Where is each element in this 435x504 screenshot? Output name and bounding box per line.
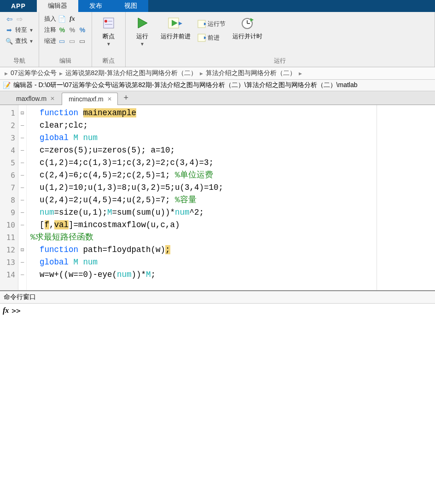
file-tab[interactable]: mincmaxf.m ✕ [62, 93, 117, 105]
ribbon-group-label: 编辑 [43, 56, 88, 67]
fold-spacer: — [18, 206, 26, 219]
run-label: 运行 [136, 32, 148, 41]
chevron-down-icon: ▼ [29, 28, 34, 33]
autoindent-icon [78, 37, 87, 45]
run-advance-button[interactable]: 运行并前进 [156, 14, 195, 47]
goto-icon [5, 26, 13, 34]
tab-editor[interactable]: 编辑器 [37, 0, 78, 12]
breakpoints-button[interactable]: 断点 ▼ [96, 14, 122, 47]
breadcrumb-item[interactable]: 算法介绍之图与网络分析（二） [206, 69, 296, 77]
command-window[interactable]: fx >> [0, 304, 435, 504]
chevron-down-icon: ▼ [29, 39, 34, 44]
line-number: 14 [0, 269, 18, 281]
code-area[interactable]: function mainexampleclear;clc;global M n… [27, 105, 435, 290]
tab-app[interactable]: APP [0, 0, 37, 12]
play-icon [134, 15, 151, 31]
code-line[interactable]: function mainexample [30, 107, 435, 119]
file-tab-label: maxflow.m [16, 95, 46, 102]
fold-spacer: — [18, 157, 26, 169]
fold-spacer: — [18, 269, 26, 281]
code-line[interactable]: global M num [30, 256, 435, 269]
breadcrumb: ▸ 07运筹学公众号 ▸ 运筹说第82期-算法介绍之图与网络分析（二） ▸ 算法… [0, 67, 435, 80]
code-line[interactable]: c=zeros(5);u=zeros(5); a=10; [30, 144, 435, 157]
file-tabstrip: maxflow.m ✕ mincmaxf.m ✕ + [0, 91, 435, 105]
advance-button[interactable]: 前进 [196, 33, 227, 43]
fold-spacer: — [18, 194, 26, 206]
find-label: 查找 [15, 37, 27, 45]
run-section-button[interactable]: 运行节 [196, 19, 227, 29]
new-tab-button[interactable]: + [119, 91, 134, 105]
ribbon-group-label: 运行 [129, 56, 431, 67]
goto-label: 转至 [15, 26, 27, 34]
line-number: 1 [0, 107, 18, 119]
fold-spacer: — [18, 219, 26, 231]
run-advance-icon [167, 15, 184, 31]
indent-label: 缩进 [44, 37, 56, 45]
code-line[interactable]: function path=floydpath(w); [30, 244, 435, 256]
ribbon-group-breakpoints: 断点 ▼ 断点 [92, 12, 126, 67]
code-line[interactable]: [f,val]=mincostmaxflow(u,c,a) [30, 219, 435, 231]
chevron-right-icon: ▸ [297, 70, 304, 77]
ribbon: 转至 ▼ 查找 ▼ 导航 插入 注释 [0, 12, 435, 67]
file-tab[interactable]: maxflow.m ✕ [9, 92, 61, 105]
chevron-right-icon: ▸ [198, 70, 205, 77]
close-icon[interactable]: ✕ [107, 96, 112, 102]
fold-toggle[interactable]: ⊟ [18, 244, 26, 256]
code-line[interactable]: clear;clc; [30, 119, 435, 132]
line-number: 13 [0, 256, 18, 269]
fx-icon: fx [3, 306, 9, 315]
line-number: 7 [0, 182, 18, 194]
run-section-label: 运行节 [208, 20, 226, 28]
fold-column[interactable]: ⊟—————————⊟—— [18, 105, 27, 290]
code-line[interactable]: c(1,2)=4;c(1,3)=1;c(3,2)=2;c(3,4)=3; [30, 157, 435, 169]
run-button[interactable]: 运行 ▼ [129, 14, 155, 47]
code-line[interactable]: num=size(u,1);M=sum(sum(u))*num^2; [30, 206, 435, 219]
line-number-gutter: 1234567891011121314 [0, 105, 18, 290]
run-section-icon [197, 20, 206, 28]
code-line[interactable]: %求最短路径函数 [30, 231, 435, 244]
outdent-icon [68, 37, 76, 45]
code-editor[interactable]: 1234567891011121314 ⊟—————————⊟—— functi… [0, 105, 435, 291]
svg-marker-4 [138, 18, 147, 28]
nav-back-forward[interactable] [4, 14, 35, 24]
right-margin-line [377, 105, 377, 290]
advance-icon [197, 34, 206, 42]
code-line[interactable]: global M num [30, 132, 435, 144]
comment-button[interactable]: 注释 [43, 25, 88, 35]
insert-button[interactable]: 插入 [43, 14, 88, 24]
file-tab-label: mincmaxf.m [69, 95, 103, 103]
editor-title: 编辑器 - D:\0研一\07运筹学公众号\运筹说第82期-算法介绍之图与网络分… [13, 81, 358, 89]
code-line[interactable]: w=w+((w==0)-eye(num))*M; [30, 269, 435, 281]
svg-point-1 [104, 20, 107, 23]
goto-button[interactable]: 转至 ▼ [4, 25, 35, 35]
chevron-down-icon: ▼ [106, 41, 111, 47]
ribbon-group-label: 导航 [4, 56, 35, 67]
line-number: 4 [0, 144, 18, 157]
forward-icon [15, 15, 23, 23]
advance-label: 前进 [208, 34, 220, 42]
close-icon[interactable]: ✕ [50, 95, 55, 102]
chevron-right-icon: ▸ [3, 70, 10, 77]
breadcrumb-item[interactable]: 运筹说第82期-算法介绍之图与网络分析（二） [65, 69, 197, 77]
fold-spacer: — [18, 132, 26, 144]
fx-icon [68, 15, 76, 23]
run-time-button[interactable]: 运行并计时 [228, 14, 267, 47]
fold-toggle[interactable]: ⊟ [18, 107, 26, 119]
indent-button[interactable]: 缩进 [43, 36, 88, 46]
svg-marker-7 [179, 22, 182, 25]
fold-spacer: — [18, 182, 26, 194]
tab-publish[interactable]: 发布 [78, 0, 113, 12]
command-window-header: 命令行窗口 [0, 291, 435, 304]
command-prompt: >> [12, 306, 20, 315]
line-number: 5 [0, 157, 18, 169]
line-number: 9 [0, 206, 18, 219]
find-button[interactable]: 查找 ▼ [4, 36, 35, 46]
code-line[interactable]: c(2,4)=6;c(4,5)=2;c(2,5)=1; %单位运费 [30, 169, 435, 182]
tab-view[interactable]: 视图 [113, 0, 148, 12]
line-number: 8 [0, 194, 18, 206]
breadcrumb-item[interactable]: 07运筹学公众号 [11, 69, 57, 77]
code-line[interactable]: u(2,4)=2;u(4,5)=4;u(2,5)=7; %容量 [30, 194, 435, 206]
code-line[interactable]: u(1,2)=10;u(1,3)=8;u(3,2)=5;u(3,4)=10; [30, 182, 435, 194]
fold-spacer: — [18, 144, 26, 157]
chevron-right-icon: ▸ [58, 70, 64, 77]
